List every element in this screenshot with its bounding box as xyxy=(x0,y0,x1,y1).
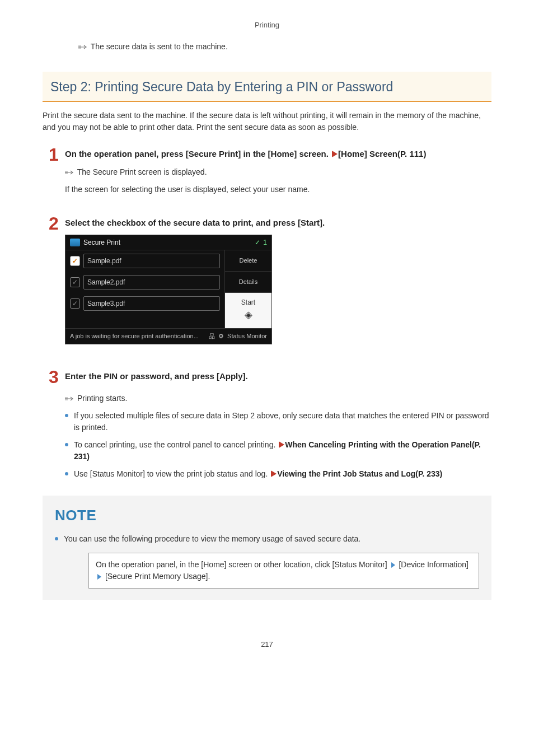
step-1-link[interactable]: [Home] Screen(P. 111) xyxy=(338,149,426,158)
start-button[interactable]: Start ◈ xyxy=(225,292,271,328)
play-icon xyxy=(332,151,338,157)
check-icon: ✓ xyxy=(255,237,260,248)
file-row[interactable]: ✓ Sample.pdf xyxy=(65,250,224,272)
play-icon xyxy=(271,470,277,477)
play-icon xyxy=(279,441,284,448)
count-value: 1 xyxy=(263,237,267,248)
result-arrow-icon xyxy=(78,44,88,50)
delete-button[interactable]: Delete xyxy=(225,250,271,272)
file-name: Sample2.pdf xyxy=(83,275,220,290)
status-gear-icon: ⚙ xyxy=(218,332,224,341)
step-3: 3 Enter the PIN or password, and press [… xyxy=(43,368,491,488)
file-checkbox[interactable]: ✓ xyxy=(70,256,80,266)
step-1-result-text: The Secure Print screen is displayed. xyxy=(77,167,207,176)
page-header: Printing xyxy=(43,17,491,41)
status-monitor-button[interactable]: Status Monitor xyxy=(227,332,267,341)
bullet-2-text: To cancel printing, use the control pane… xyxy=(74,440,278,449)
bullet-3-text: Use [Status Monitor] to view the print j… xyxy=(74,469,270,478)
step-1-title: On the operation panel, press [Secure Pr… xyxy=(65,148,491,161)
step-number: 1 xyxy=(43,146,65,164)
page-number: 217 xyxy=(43,639,491,650)
intro-result-line: The secure data is sent to the machine. xyxy=(78,41,491,53)
result-arrow-icon xyxy=(65,170,75,175)
start-label: Start xyxy=(225,297,271,307)
triangle-sep-icon xyxy=(391,562,395,568)
step-3-result: Printing starts. xyxy=(65,393,491,404)
start-icon: ◈ xyxy=(225,307,271,323)
file-row[interactable]: ✓ Sample3.pdf xyxy=(65,293,224,314)
screenshot-title: Secure Print xyxy=(83,237,120,248)
selected-count: ✓ 1 xyxy=(255,237,267,248)
details-button[interactable]: Details xyxy=(225,272,271,293)
file-checkbox[interactable]: ✓ xyxy=(70,277,80,287)
step-3-bullet-3: Use [Status Monitor] to view the print j… xyxy=(65,468,491,480)
secure-print-screenshot: Secure Print ✓ 1 ✓ Sample.pdf xyxy=(65,235,491,344)
proc-part-b: [Device Information] xyxy=(397,560,469,569)
step-3-bullet-2: To cancel printing, use the control pane… xyxy=(65,439,491,463)
step-1-result: The Secure Print screen is displayed. xyxy=(65,166,491,178)
proc-part-a: On the operation panel, in the [Home] sc… xyxy=(96,560,390,569)
file-row[interactable]: ✓ Sample2.pdf xyxy=(65,272,224,293)
step-1-title-text: On the operation panel, press [Secure Pr… xyxy=(65,149,331,158)
step-3-title: Enter the PIN or password, and press [Ap… xyxy=(65,370,491,383)
step-2: 2 Select the checkbox of the secure data… xyxy=(43,214,491,356)
note-title: NOTE xyxy=(55,505,479,526)
printer-icon xyxy=(70,239,80,246)
step-3-result-text: Printing starts. xyxy=(77,394,127,403)
result-arrow-icon xyxy=(65,396,75,402)
step-1: 1 On the operation panel, press [Secure … xyxy=(43,146,491,202)
file-checkbox[interactable]: ✓ xyxy=(70,298,80,309)
step-3-bullet-1: If you selected multiple files of secure… xyxy=(65,410,491,433)
step-1-body: If the screen for selecting the user is … xyxy=(65,184,491,195)
procedure-box: On the operation panel, in the [Home] sc… xyxy=(88,553,479,589)
step-number: 3 xyxy=(43,368,65,386)
note-bullet: You can use the following procedure to v… xyxy=(55,533,479,545)
intro-result-text: The secure data is sent to the machine. xyxy=(91,42,228,51)
file-name: Sample3.pdf xyxy=(83,296,220,311)
bullet-3-link[interactable]: Viewing the Print Job Status and Log(P. … xyxy=(277,469,442,478)
proc-part-c: [Secure Print Memory Usage]. xyxy=(103,572,210,581)
note-box: NOTE You can use the following procedure… xyxy=(43,496,491,600)
section-heading: Step 2: Printing Secure Data by Entering… xyxy=(43,72,491,102)
step-number: 2 xyxy=(43,214,65,232)
intro-paragraph: Print the secure data sent to the machin… xyxy=(43,110,491,133)
triangle-sep-icon xyxy=(97,574,101,580)
step-2-title: Select the checkbox of the secure data t… xyxy=(65,217,491,230)
network-icon: 品 xyxy=(209,332,215,341)
footer-message: A job is waiting for secure print authen… xyxy=(70,332,199,341)
file-name: Sample.pdf xyxy=(83,254,220,268)
